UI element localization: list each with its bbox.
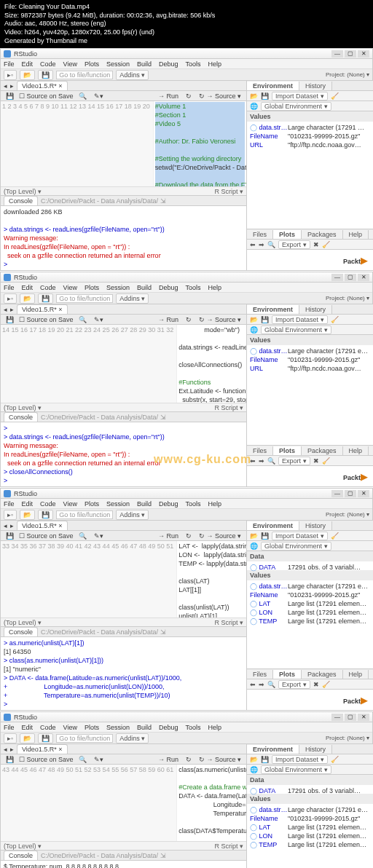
code-editor[interactable]: 1 2 3 4 5 6 7 8 9 10 11 12 13 14 15 16 1… (1, 101, 246, 186)
env-row[interactable]: URL"ftp://ftp.ncdc.noaa.gov… (250, 141, 373, 149)
save-ws-button[interactable]: 💾 (261, 532, 269, 540)
history-tab[interactable]: History (299, 82, 332, 90)
menu-edit[interactable]: Edit (22, 60, 34, 68)
tab-packages[interactable]: Packages (302, 670, 343, 679)
tab-viewer[interactable]: Viewer (369, 230, 373, 239)
source-button[interactable]: ↻ → Source ▾ (197, 532, 243, 540)
tab-plots[interactable]: Plots (273, 446, 302, 455)
plot-clear-button[interactable]: 🧹 (322, 681, 330, 688)
env-scope-button[interactable]: Global Environment ▾ (261, 326, 331, 334)
code-editor[interactable]: 33 34 35 36 37 38 39 40 41 42 43 44 45 4… (1, 541, 246, 618)
env-row[interactable]: LATLarge list (17291 elemen… (250, 599, 373, 608)
console-tab[interactable]: Console (4, 627, 38, 636)
code-editor[interactable]: 43 44 45 46 47 48 49 50 51 52 53 54 55 5… (1, 765, 246, 841)
menu-file[interactable]: File (4, 284, 15, 291)
tab-packages[interactable]: Packages (302, 446, 343, 455)
maximize-button[interactable]: ▢ (345, 50, 356, 58)
menu-debug[interactable]: Debug (159, 60, 178, 68)
plot-prev-button[interactable]: ⬅ (250, 681, 256, 688)
environment-tab[interactable]: Environment (247, 305, 299, 314)
tab-viewer[interactable]: Viewer (369, 670, 373, 679)
env-row[interactable]: FileName"010231-99999-2015.gz" (250, 814, 373, 823)
console[interactable]: > > data.strings <- readLines(gzfile(Fil… (1, 422, 246, 486)
menu-edit[interactable]: Edit (22, 724, 34, 731)
plot-next-button[interactable]: ➡ (259, 457, 264, 465)
console-tab[interactable]: Console (4, 196, 38, 205)
code-area[interactable]: class(as.numeric(unlist(LAT)[1])) #Creat… (177, 765, 246, 841)
menu-view[interactable]: View (63, 500, 77, 508)
plot-delete-button[interactable]: ✖ (313, 457, 319, 465)
plot-prev-button[interactable]: ⬅ (250, 457, 256, 465)
history-tab[interactable]: History (299, 745, 332, 754)
load-ws-button[interactable]: 📂 (250, 532, 258, 540)
env-row[interactable]: data.str…Large character (17291 … (250, 123, 373, 132)
env-row[interactable]: data.str…Large character (17291 e… (250, 347, 373, 355)
code-area[interactable]: LAT <- lapply(data.strings, Ext.Latitude… (177, 541, 246, 618)
source-tab[interactable]: Video1.5.R* × (17, 744, 68, 754)
tab-packages[interactable]: Packages (302, 230, 343, 239)
source-on-save-checkbox[interactable]: ☐ Source on Save (19, 92, 74, 100)
prev-tab-button[interactable]: ◂ (4, 82, 7, 90)
source-tab[interactable]: Video1.5.R* × (17, 81, 68, 90)
rerun-button[interactable]: ↻ (184, 756, 194, 763)
tab-viewer[interactable]: Viewer (369, 446, 373, 455)
new-file-button[interactable]: ▸◦ (4, 293, 17, 304)
rerun-button[interactable]: ↻ (184, 532, 194, 540)
menu-build[interactable]: Build (137, 724, 152, 731)
menu-plots[interactable]: Plots (85, 500, 99, 508)
addins-dropdown[interactable]: Addins ▾ (116, 70, 149, 80)
env-row[interactable]: LONLarge list (17291 elemen… (250, 608, 373, 617)
menu-edit[interactable]: Edit (22, 284, 34, 291)
save-source-button[interactable]: 💾 (4, 532, 16, 540)
menu-plots[interactable]: Plots (85, 60, 99, 68)
clear-button[interactable]: 🧹 (331, 532, 339, 540)
env-row[interactable]: LONLarge list (17291 elemen… (250, 832, 373, 840)
env-row[interactable]: URL"ftp://ftp.ncdc.noaa.gov… (250, 364, 373, 373)
menu-help[interactable]: Help (208, 60, 222, 68)
find-button[interactable]: 🔍 (76, 316, 89, 323)
save-source-button[interactable]: 💾 (4, 756, 16, 763)
save-source-button[interactable]: 💾 (4, 316, 16, 323)
code-area[interactable]: #Volume 1 #Section 1 #Video 5 #Author: D… (154, 101, 246, 186)
env-scope-button[interactable]: Global Environment ▾ (261, 102, 331, 111)
plot-clear-button[interactable]: 🧹 (322, 457, 330, 465)
find-button[interactable]: 🔍 (76, 532, 89, 540)
next-tab-button[interactable]: ▸ (10, 306, 14, 313)
export-button[interactable]: Export ▾ (278, 457, 310, 465)
maximize-button[interactable]: ▢ (345, 714, 356, 721)
menu-tools[interactable]: Tools (186, 60, 201, 68)
open-button[interactable]: 📂 (20, 733, 35, 743)
find-button[interactable]: 🔍 (76, 92, 89, 100)
console[interactable]: > as.numeric(unlist(LAT)[1]) [1] 64350 >… (1, 637, 246, 710)
plot-clear-button[interactable]: 🧹 (322, 241, 330, 248)
open-button[interactable]: 📂 (20, 510, 35, 520)
rerun-button[interactable]: ↻ (184, 316, 194, 323)
history-tab[interactable]: History (299, 305, 332, 314)
source-button[interactable]: ↻ → Source ▾ (197, 756, 243, 763)
menu-code[interactable]: Code (40, 724, 56, 731)
source-tab[interactable]: Video1.5.R* × (17, 521, 68, 530)
env-row[interactable]: LATLarge list (17291 elemen… (250, 823, 373, 832)
env-row[interactable]: data.str…Large character (17291 e… (250, 805, 373, 814)
menu-plots[interactable]: Plots (85, 284, 99, 291)
plot-zoom-button[interactable]: 🔍 (267, 241, 275, 248)
menu-debug[interactable]: Debug (159, 724, 178, 731)
plot-next-button[interactable]: ➡ (259, 241, 264, 248)
wand-button[interactable]: ✎▾ (92, 316, 106, 323)
close-button[interactable]: ✕ (358, 714, 369, 721)
source-on-save-checkbox[interactable]: ☐ Source on Save (19, 756, 74, 763)
goto-input[interactable]: Go to file/function (56, 71, 113, 79)
save-source-button[interactable]: 💾 (4, 92, 16, 100)
wand-button[interactable]: ✎▾ (92, 92, 106, 100)
env-row[interactable]: FileName"010231-99999-2015.gz" (250, 591, 373, 599)
menu-view[interactable]: View (63, 284, 77, 291)
history-tab[interactable]: History (299, 521, 332, 530)
scope-dropdown[interactable]: (Top Level) ▾ (4, 404, 42, 411)
clear-button[interactable]: 🧹 (331, 756, 339, 763)
env-row[interactable]: FileName"010231-99999-2015.gz" (250, 355, 373, 364)
run-button[interactable]: → Run (156, 92, 181, 100)
prev-tab-button[interactable]: ◂ (4, 746, 7, 753)
menu-code[interactable]: Code (40, 284, 56, 291)
export-button[interactable]: Export ▾ (278, 680, 310, 689)
menu-file[interactable]: File (4, 60, 15, 68)
